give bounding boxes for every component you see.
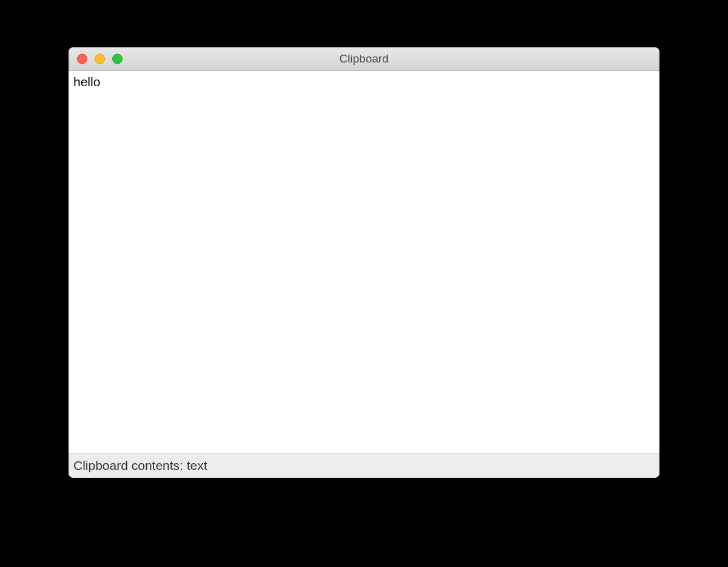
traffic-lights [77, 54, 123, 64]
zoom-button[interactable] [112, 54, 123, 64]
clipboard-content-text[interactable]: hello [73, 75, 655, 89]
close-button[interactable] [77, 54, 87, 64]
window-title: Clipboard [69, 52, 659, 66]
app-window: Clipboard hello Clipboard contents: text [69, 47, 659, 478]
content-area[interactable]: hello [69, 71, 659, 453]
minimize-button[interactable] [95, 54, 105, 64]
status-text: Clipboard contents: text [73, 458, 207, 473]
titlebar[interactable]: Clipboard [69, 47, 659, 71]
status-bar: Clipboard contents: text [69, 453, 659, 478]
